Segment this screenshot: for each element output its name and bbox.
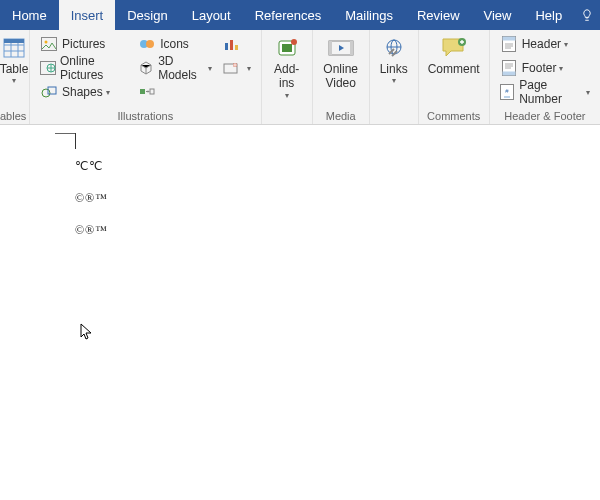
svg-point-7 xyxy=(45,41,48,44)
chart-button[interactable] xyxy=(220,33,253,55)
svg-rect-17 xyxy=(230,40,233,50)
svg-rect-37 xyxy=(502,72,515,76)
header-icon xyxy=(500,35,518,53)
table-label: Table xyxy=(0,62,28,76)
icons-button[interactable]: Icons xyxy=(136,33,214,55)
addins-icon xyxy=(273,36,301,60)
group-media-label: Media xyxy=(318,107,364,124)
online-pictures-button[interactable]: Online Pictures xyxy=(38,57,130,79)
caret-icon: ▾ xyxy=(559,64,563,73)
online-pictures-label: Online Pictures xyxy=(60,54,128,82)
group-comments-label: Comments xyxy=(424,107,484,124)
text-cursor xyxy=(75,133,76,149)
caret-icon: ▾ xyxy=(106,88,110,97)
group-addins-label xyxy=(267,107,307,124)
table-button[interactable]: Table ▾ xyxy=(0,33,28,89)
tab-review[interactable]: Review xyxy=(405,0,472,30)
online-video-label: Online Video xyxy=(323,62,358,91)
ribbon-tabbar: Home Insert Design Layout References Mai… xyxy=(0,0,600,30)
addins-button[interactable]: Add- ins ▾ xyxy=(267,33,307,103)
svg-rect-43 xyxy=(504,96,510,98)
caret-icon: ▾ xyxy=(285,91,289,101)
group-headerfooter-label: Header & Footer xyxy=(495,107,595,124)
caret-icon: ▾ xyxy=(208,64,212,73)
group-links: Links ▾ xyxy=(370,30,419,124)
ribbon: Table ▾ ables Pictures Online Pictures S… xyxy=(0,30,600,125)
document-page: ℃℃ ©®™ ©®™ xyxy=(0,125,600,500)
caret-icon: ▾ xyxy=(247,64,251,73)
group-tables-label: ables xyxy=(0,107,24,124)
table-icon xyxy=(0,36,28,60)
tell-me-icon[interactable] xyxy=(574,0,600,30)
svg-point-13 xyxy=(146,40,154,48)
links-button[interactable]: Links ▾ xyxy=(375,33,413,89)
svg-point-23 xyxy=(291,39,297,45)
svg-rect-26 xyxy=(350,41,353,55)
page-number-button[interactable]: # Page Number ▾ xyxy=(498,81,592,103)
links-label: Links xyxy=(380,62,408,76)
tab-design[interactable]: Design xyxy=(115,0,179,30)
shapes-icon xyxy=(40,83,58,101)
svg-rect-22 xyxy=(282,44,292,52)
tab-help[interactable]: Help xyxy=(523,0,574,30)
svg-point-10 xyxy=(42,89,50,97)
text-cursor-top xyxy=(55,133,75,134)
screenshot-icon xyxy=(222,59,240,77)
group-headerfooter: Header ▾ Footer ▾ # Page Number ▾ Header… xyxy=(490,30,600,124)
shapes-label: Shapes xyxy=(62,85,103,99)
document-line-3[interactable]: ©®™ xyxy=(75,223,108,238)
addins-label: Add- ins xyxy=(274,62,299,91)
svg-rect-15 xyxy=(150,89,154,94)
svg-rect-16 xyxy=(225,43,228,50)
icons-icon xyxy=(138,35,156,53)
svg-rect-18 xyxy=(235,45,238,50)
links-icon xyxy=(380,36,408,60)
tab-mailings[interactable]: Mailings xyxy=(333,0,405,30)
svg-rect-25 xyxy=(329,41,332,55)
tab-view[interactable]: View xyxy=(472,0,524,30)
page-number-icon: # xyxy=(500,83,516,101)
mouse-pointer-icon xyxy=(80,323,94,341)
icons-label: Icons xyxy=(160,37,189,51)
group-links-label xyxy=(375,107,413,124)
group-addins: Add- ins ▾ xyxy=(262,30,313,124)
header-label: Header xyxy=(522,37,561,51)
document-line-1[interactable]: ℃℃ xyxy=(75,159,103,174)
smartart-button[interactable] xyxy=(136,81,214,103)
3d-models-button[interactable]: 3D Models ▾ xyxy=(136,57,214,79)
group-comments: Comment Comments xyxy=(419,30,490,124)
document-line-2[interactable]: ©®™ xyxy=(75,191,108,206)
comment-icon xyxy=(440,36,468,60)
pictures-icon xyxy=(40,35,58,53)
online-video-button[interactable]: Online Video xyxy=(318,33,364,94)
group-illustrations-label: Illustrations xyxy=(35,107,256,124)
group-media: Online Video Media xyxy=(313,30,370,124)
svg-rect-32 xyxy=(502,37,515,41)
svg-rect-14 xyxy=(140,89,145,94)
smartart-icon xyxy=(138,83,156,101)
shapes-button[interactable]: Shapes ▾ xyxy=(38,81,130,103)
tab-insert[interactable]: Insert xyxy=(59,0,116,30)
document-area[interactable]: ℃℃ ©®™ ©®™ xyxy=(0,125,600,500)
caret-icon: ▾ xyxy=(12,76,16,86)
header-button[interactable]: Header ▾ xyxy=(498,33,592,55)
screenshot-button[interactable]: ▾ xyxy=(220,57,253,79)
3d-models-label: 3D Models xyxy=(158,54,205,82)
online-pictures-icon xyxy=(40,59,56,77)
chart-icon xyxy=(222,35,240,53)
3d-models-icon xyxy=(138,59,154,77)
tab-references[interactable]: References xyxy=(243,0,333,30)
page-number-label: Page Number xyxy=(519,78,583,106)
caret-icon: ▾ xyxy=(564,40,568,49)
pictures-label: Pictures xyxy=(62,37,105,51)
caret-icon: ▾ xyxy=(586,88,590,97)
comment-button[interactable]: Comment xyxy=(424,33,484,79)
footer-button[interactable]: Footer ▾ xyxy=(498,57,592,79)
group-illustrations: Pictures Online Pictures Shapes ▾ Icons xyxy=(30,30,262,124)
pictures-button[interactable]: Pictures xyxy=(38,33,130,55)
footer-icon xyxy=(500,59,518,77)
svg-rect-5 xyxy=(4,39,24,43)
tab-home[interactable]: Home xyxy=(0,0,59,30)
caret-icon: ▾ xyxy=(392,76,396,86)
tab-layout[interactable]: Layout xyxy=(180,0,243,30)
